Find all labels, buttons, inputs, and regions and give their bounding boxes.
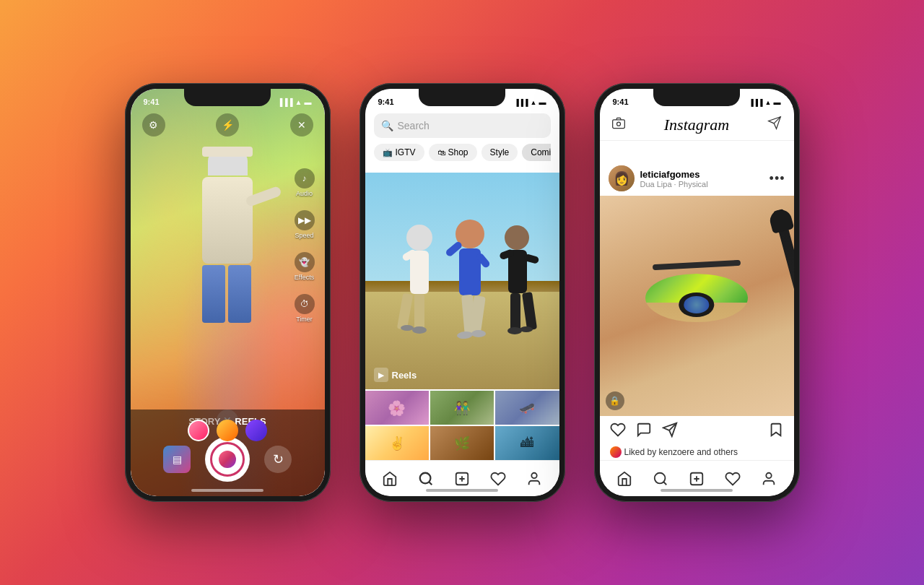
svg-point-28 bbox=[531, 472, 536, 477]
svg-point-18 bbox=[401, 325, 414, 331]
nav-heart-3[interactable] bbox=[721, 467, 744, 490]
nav-add-2[interactable] bbox=[450, 467, 474, 490]
phone-1-camera: 9:41 ▐▐▐ ▲ ▬ ⚙ ⚡ ✕ ♪ Audio bbox=[125, 83, 331, 502]
home-indicator-1 bbox=[191, 489, 263, 492]
share-icon bbox=[662, 422, 678, 438]
svg-point-35 bbox=[655, 472, 666, 483]
gallery-button[interactable]: ▤ bbox=[163, 446, 191, 473]
shutter-inner bbox=[210, 442, 245, 477]
signal-icon-3: ▐▐▐ bbox=[749, 99, 762, 106]
tab-igtv-label: IGTV bbox=[396, 147, 416, 157]
effects-label: Effects bbox=[295, 274, 314, 281]
home-indicator-3 bbox=[661, 489, 733, 492]
instagram-header: Instagram bbox=[600, 109, 794, 141]
tab-shop-label: Shop bbox=[448, 147, 468, 157]
home-icon-3 bbox=[616, 471, 632, 487]
nav-home-2[interactable] bbox=[378, 467, 401, 490]
grid-cell-5[interactable]: 🌿 bbox=[430, 426, 494, 460]
camera-header-icon[interactable] bbox=[611, 116, 626, 134]
timer-control[interactable]: ⏱ Timer bbox=[295, 294, 315, 323]
filter-dots bbox=[188, 420, 267, 441]
wifi-icon-3: ▲ bbox=[765, 99, 772, 106]
filter-dot-3[interactable] bbox=[245, 420, 267, 441]
wifi-icon: ▲ bbox=[295, 98, 302, 106]
close-icon[interactable]: ✕ bbox=[290, 113, 313, 136]
settings-icon[interactable]: ⚙ bbox=[142, 113, 165, 136]
tab-igtv[interactable]: 📺 IGTV bbox=[374, 144, 424, 161]
svg-point-40 bbox=[766, 472, 771, 477]
svg-point-30 bbox=[616, 122, 620, 126]
grid-cell-6[interactable]: 🏙 bbox=[495, 426, 559, 460]
svg-point-17 bbox=[412, 326, 427, 334]
nav-search-2[interactable] bbox=[414, 467, 437, 490]
user-avatar[interactable]: 👩 bbox=[609, 165, 635, 191]
time-3: 9:41 bbox=[613, 98, 629, 106]
post-sublabel: Dua Lipa · Physical bbox=[640, 180, 764, 188]
camera-right-controls: ♪ Audio ▶▶ Speed 👻 Effects ⏱ Timer bbox=[295, 168, 315, 323]
bookmark-button[interactable] bbox=[768, 422, 784, 442]
post-image: 🔒 bbox=[600, 196, 794, 416]
nav-profile-3[interactable] bbox=[757, 467, 780, 490]
reels-icon: ▶ bbox=[374, 368, 388, 382]
audio-control[interactable]: ♪ Audio bbox=[295, 168, 315, 197]
timer-icon: ⏱ bbox=[295, 294, 315, 314]
grid-cell-1[interactable]: 🌸 bbox=[365, 391, 429, 425]
likes-text: Liked by kenzoere and others bbox=[624, 447, 738, 457]
nav-heart-2[interactable] bbox=[487, 467, 510, 490]
shutter-button[interactable] bbox=[205, 437, 250, 482]
share-button[interactable] bbox=[662, 422, 678, 442]
like-button[interactable] bbox=[610, 422, 626, 442]
search-icon-3 bbox=[653, 471, 668, 487]
flip-camera-button[interactable]: ↻ bbox=[264, 446, 292, 473]
reels-label: ▶ Reels bbox=[374, 368, 417, 382]
liker-avatar bbox=[610, 446, 622, 458]
heart-action-icon bbox=[610, 422, 626, 438]
speed-label: Speed bbox=[295, 232, 313, 239]
comment-button[interactable] bbox=[636, 422, 652, 442]
nav-home-3[interactable] bbox=[613, 467, 636, 490]
filter-dot-1[interactable] bbox=[188, 420, 209, 441]
search-tabs: 📺 IGTV 🛍 Shop Style Comics TV & bbox=[374, 138, 551, 165]
eye-socket bbox=[645, 274, 747, 322]
flash-icon[interactable]: ⚡ bbox=[216, 113, 239, 136]
profile-icon-2 bbox=[526, 471, 542, 487]
svg-point-21 bbox=[507, 327, 522, 334]
user-info: leticiafgomes Dua Lipa · Physical bbox=[640, 169, 764, 188]
svg-point-0 bbox=[406, 225, 432, 251]
effects-icon: 👻 bbox=[295, 252, 315, 272]
speed-control[interactable]: ▶▶ Speed bbox=[295, 210, 315, 239]
grid-cell-3[interactable]: 🛹 bbox=[495, 391, 559, 425]
grid-cell-2[interactable]: 👫 bbox=[430, 391, 494, 425]
battery-icon-3: ▬ bbox=[774, 98, 781, 106]
tab-shop[interactable]: 🛍 Shop bbox=[429, 144, 477, 161]
tab-style[interactable]: Style bbox=[481, 144, 518, 161]
send-icon[interactable] bbox=[767, 116, 782, 134]
svg-point-22 bbox=[520, 326, 533, 332]
heart-icon-3 bbox=[725, 471, 741, 487]
post-header: 👩 leticiafgomes Dua Lipa · Physical ••• bbox=[600, 161, 794, 196]
bookmark-icon bbox=[768, 422, 784, 438]
username[interactable]: leticiafgomes bbox=[640, 169, 764, 180]
search-bar[interactable]: 🔍 Search bbox=[374, 113, 551, 138]
more-options-button[interactable]: ••• bbox=[770, 171, 785, 186]
signal-icon: ▐▐▐ bbox=[277, 98, 292, 106]
nav-add-3[interactable] bbox=[685, 467, 708, 490]
nav-search-3[interactable] bbox=[649, 467, 672, 490]
effects-control[interactable]: 👻 Effects bbox=[295, 252, 315, 281]
svg-line-36 bbox=[663, 482, 666, 485]
camera-screen: 9:41 ▐▐▐ ▲ ▬ ⚙ ⚡ ✕ ♪ Audio bbox=[131, 89, 325, 496]
post-likes: Liked by kenzoere and others bbox=[610, 446, 784, 459]
camera-controls-row: ▤ ↻ bbox=[163, 437, 292, 482]
battery-icon: ▬ bbox=[305, 98, 312, 106]
shutter-gradient-icon bbox=[219, 451, 236, 468]
grid-cell-4[interactable]: ✌ bbox=[365, 426, 429, 460]
igtv-icon: 📺 bbox=[383, 148, 393, 157]
wifi-icon-2: ▲ bbox=[531, 99, 537, 106]
svg-rect-16 bbox=[522, 292, 537, 330]
nav-profile-2[interactable] bbox=[523, 467, 546, 490]
filter-dot-2[interactable] bbox=[217, 420, 238, 441]
status-icons-2: ▐▐▐ ▲ ▬ bbox=[514, 98, 546, 106]
main-reels-video[interactable]: ▶ Reels bbox=[365, 173, 559, 389]
instagram-logo: Instagram bbox=[664, 116, 729, 134]
tab-comics[interactable]: Comics bbox=[522, 144, 550, 161]
